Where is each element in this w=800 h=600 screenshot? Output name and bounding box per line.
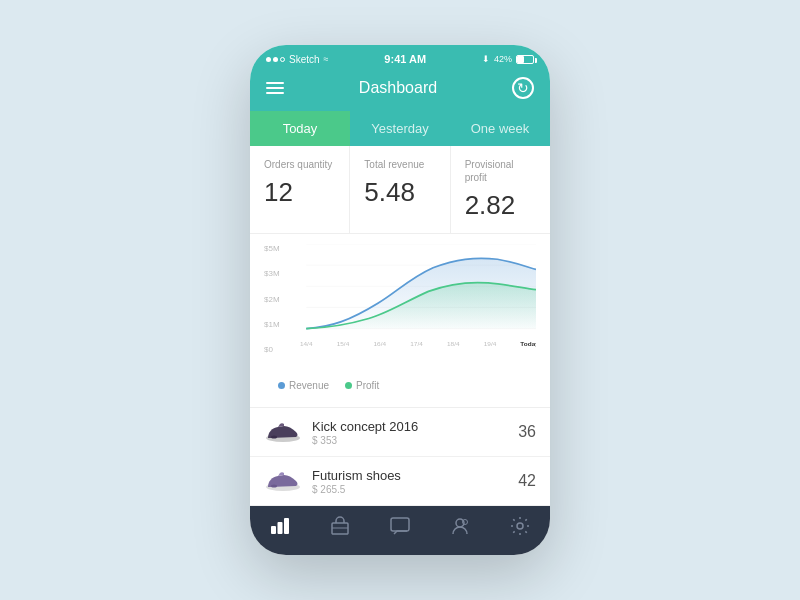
tabs-container: Today Yesterday One week [250,111,550,146]
profit-legend-label: Profit [356,380,379,391]
product-name-2: Futurism shoes [312,468,508,483]
wifi-icon: ≈ [324,54,329,64]
svg-rect-18 [284,518,289,534]
users-icon [450,516,470,541]
orders-value: 12 [264,177,335,208]
revenue-label: Total revenue [364,158,435,171]
svg-text:17/4: 17/4 [410,340,423,347]
svg-point-15 [271,485,277,488]
svg-text:18/4: 18/4 [447,340,460,347]
network-label: Sketch [289,54,320,65]
profit-label: Provisional profit [465,158,536,184]
stat-orders: Orders quantity 12 [250,146,350,233]
bottom-nav [250,506,550,555]
page-title: Dashboard [359,79,437,97]
product-item-2[interactable]: Futurism shoes $ 265.5 42 [250,457,550,506]
messages-icon [390,517,410,540]
nav-products[interactable] [310,516,370,541]
y-label-2m: $2M [264,295,280,304]
dot-2 [273,57,278,62]
profit-value: 2.82 [465,190,536,221]
shoe-icon-1 [264,420,302,444]
product-image-2 [264,467,302,495]
stat-profit: Provisional profit 2.82 [451,146,550,233]
nav-users[interactable] [430,516,490,541]
legend-revenue: Revenue [278,380,329,391]
product-info-2: Futurism shoes $ 265.5 [312,468,508,495]
chart-area: $5M $3M $2M $1M $0 [250,234,550,408]
status-bar: Sketch ≈ 9:41 AM ⬇ 42% [250,45,550,69]
battery-fill [517,56,524,63]
battery-icon [516,55,534,64]
product-price-1: $ 353 [312,435,508,446]
nav-settings[interactable] [490,516,550,541]
dot-1 [266,57,271,62]
svg-text:15/4: 15/4 [337,340,350,347]
signal-dots [266,57,285,62]
svg-point-24 [517,523,523,529]
battery-percent: 42% [494,54,512,64]
nav-dashboard[interactable] [250,516,310,541]
y-axis-labels: $5M $3M $2M $1M $0 [264,244,280,354]
revenue-dot [278,382,285,389]
time-display: 9:41 AM [384,53,426,65]
svg-text:Today: Today [520,340,536,347]
legend-profit: Profit [345,380,379,391]
svg-rect-16 [271,526,276,534]
product-name-1: Kick concept 2016 [312,419,508,434]
bluetooth-icon: ⬇ [482,54,490,64]
product-info-1: Kick concept 2016 $ 353 [312,419,508,446]
product-price-2: $ 265.5 [312,484,508,495]
svg-text:19/4: 19/4 [484,340,497,347]
hamburger-line-3 [266,92,284,94]
y-label-0: $0 [264,345,280,354]
product-image-1 [264,418,302,446]
svg-text:14/4: 14/4 [300,340,313,347]
status-right: ⬇ 42% [482,54,534,64]
nav-messages[interactable] [370,516,430,541]
revenue-legend-label: Revenue [289,380,329,391]
tab-yesterday[interactable]: Yesterday [350,111,450,146]
stats-row: Orders quantity 12 Total revenue 5.48 Pr… [250,146,550,234]
shoe-icon-2 [264,469,302,493]
settings-icon [510,516,530,541]
chart-svg: 14/4 15/4 16/4 17/4 18/4 19/4 Today [264,244,536,374]
dashboard-icon [270,517,290,540]
box-icon [330,516,350,541]
hamburger-menu[interactable] [266,82,284,94]
chart-legend: Revenue Profit [264,374,536,401]
product-item-1[interactable]: Kick concept 2016 $ 353 36 [250,408,550,457]
y-label-3m: $3M [264,269,280,278]
product-count-2: 42 [518,472,536,490]
hamburger-line-1 [266,82,284,84]
phone-frame: Sketch ≈ 9:41 AM ⬇ 42% Dashboard Today Y… [250,45,550,555]
orders-label: Orders quantity [264,158,335,171]
y-label-5m: $5M [264,244,280,253]
revenue-value: 5.48 [364,177,435,208]
y-label-1m: $1M [264,320,280,329]
refresh-button[interactable] [512,77,534,99]
tab-today[interactable]: Today [250,111,350,146]
product-count-1: 36 [518,423,536,441]
svg-rect-21 [391,518,409,531]
hamburger-line-2 [266,87,284,89]
chart-container: $5M $3M $2M $1M $0 [264,244,536,374]
svg-rect-17 [278,522,283,534]
dot-3 [280,57,285,62]
svg-text:16/4: 16/4 [373,340,386,347]
product-list: Kick concept 2016 $ 353 36 Futurism shoe… [250,408,550,506]
header: Dashboard [250,69,550,111]
profit-dot [345,382,352,389]
tab-one-week[interactable]: One week [450,111,550,146]
stat-revenue: Total revenue 5.48 [350,146,450,233]
svg-point-13 [271,436,277,439]
status-left: Sketch ≈ [266,54,329,65]
